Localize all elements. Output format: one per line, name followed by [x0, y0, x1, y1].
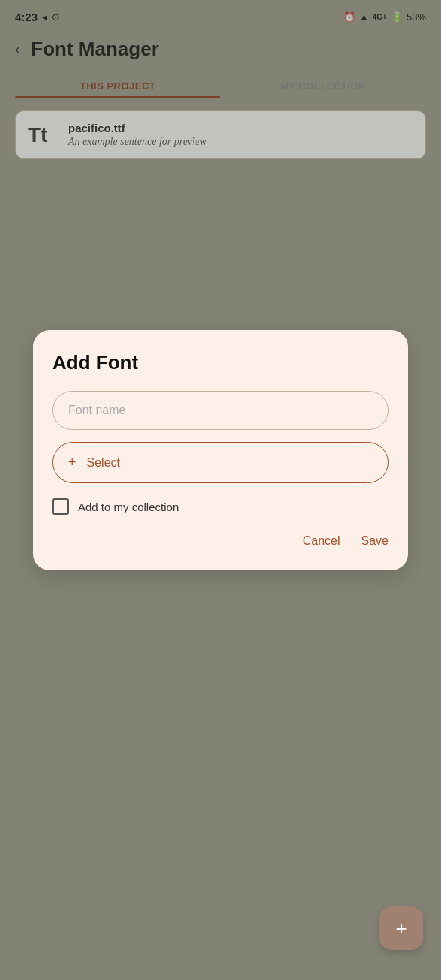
- cancel-button[interactable]: Cancel: [303, 531, 340, 551]
- add-to-collection-row: Add to my collection: [52, 498, 388, 515]
- select-plus-icon: +: [68, 455, 76, 470]
- save-button[interactable]: Save: [362, 531, 388, 551]
- fab-button[interactable]: +: [380, 906, 423, 950]
- select-button[interactable]: + Select: [52, 442, 388, 483]
- dialog-actions: Cancel Save: [52, 531, 388, 551]
- fab-plus-icon: +: [395, 918, 406, 938]
- add-font-dialog: Add Font + Select Add to my collection C…: [33, 330, 408, 570]
- add-to-collection-checkbox[interactable]: [52, 498, 69, 515]
- add-to-collection-label: Add to my collection: [78, 501, 178, 513]
- dialog-title: Add Font: [52, 351, 388, 374]
- select-label: Select: [87, 456, 120, 470]
- font-name-input[interactable]: [52, 391, 388, 430]
